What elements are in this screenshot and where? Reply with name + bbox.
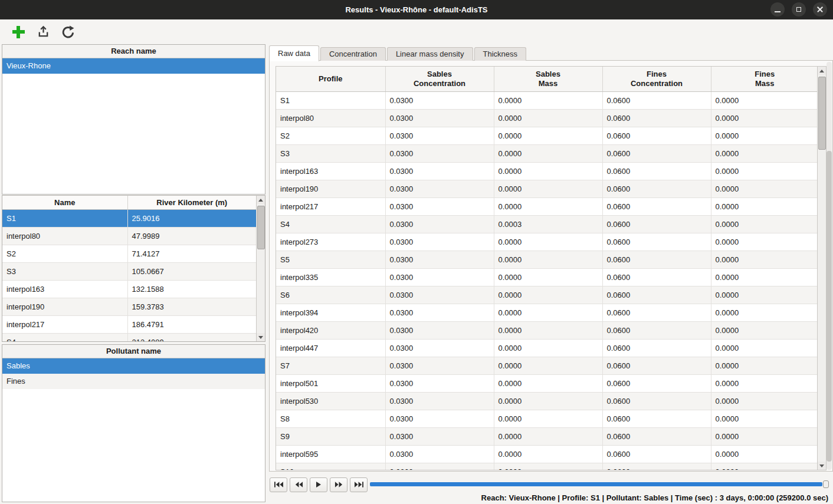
results-cell-fines-concentration[interactable]: 0.0600: [602, 233, 711, 251]
results-cell-fines-concentration[interactable]: 0.0600: [602, 163, 711, 180]
results-cell-sables-mass[interactable]: 0.0000: [494, 269, 602, 286]
results-cell-fines-mass[interactable]: 0.0000: [711, 322, 818, 340]
results-cell-sables-mass[interactable]: 0.0000: [494, 340, 602, 357]
results-cell-sables-concentration[interactable]: 0.0300: [385, 92, 494, 110]
results-cell-fines-concentration[interactable]: 0.0600: [602, 375, 711, 393]
results-cell-fines-concentration[interactable]: 0.0600: [602, 216, 711, 233]
profile-name-cell[interactable]: S2: [2, 245, 127, 263]
profile-km-cell[interactable]: 213.4089: [127, 334, 256, 342]
results-cell-sables-mass[interactable]: 0.0000: [494, 410, 602, 428]
results-cell-sables-concentration[interactable]: 0.0300: [385, 110, 494, 127]
results-cell-sables-mass[interactable]: 0.0000: [494, 110, 602, 127]
results-cell-sables-mass[interactable]: 0.0000: [494, 357, 602, 375]
results-row[interactable]: interpol595 0.0300 0.0000 0.0600 0.0000: [276, 446, 818, 463]
results-cell-fines-mass[interactable]: 0.0000: [711, 145, 818, 163]
results-scrollbar-thumb[interactable]: [818, 77, 826, 150]
results-cell-sables-concentration[interactable]: 0.0300: [385, 322, 494, 340]
results-cell-fines-mass[interactable]: 0.0000: [711, 463, 818, 471]
results-cell-profile[interactable]: interpol595: [276, 446, 385, 463]
profiles-scrollbar-thumb[interactable]: [257, 206, 265, 249]
results-cell-sables-mass[interactable]: 0.0000: [494, 446, 602, 463]
results-cell-sables-concentration[interactable]: 0.0300: [385, 463, 494, 471]
results-cell-profile[interactable]: S3: [276, 145, 385, 163]
results-cell-fines-concentration[interactable]: 0.0600: [602, 393, 711, 410]
results-cell-profile[interactable]: S9: [276, 428, 385, 446]
results-cell-fines-mass[interactable]: 0.0000: [711, 216, 818, 233]
results-cell-profile[interactable]: interpol447: [276, 340, 385, 357]
results-cell-sables-mass[interactable]: 0.0000: [494, 198, 602, 216]
time-slider-handle[interactable]: [823, 480, 829, 488]
results-cell-profile[interactable]: interpol420: [276, 322, 385, 340]
results-cell-fines-mass[interactable]: 0.0000: [711, 357, 818, 375]
scroll-down-icon[interactable]: [257, 333, 265, 341]
results-cell-sables-mass[interactable]: 0.0000: [494, 463, 602, 471]
results-row[interactable]: interpol530 0.0300 0.0000 0.0600 0.0000: [276, 393, 818, 410]
results-cell-profile[interactable]: interpol80: [276, 110, 385, 127]
results-row[interactable]: S8 0.0300 0.0000 0.0600 0.0000: [276, 410, 818, 428]
results-row[interactable]: S7 0.0300 0.0000 0.0600 0.0000: [276, 357, 818, 375]
results-cell-fines-mass[interactable]: 0.0000: [711, 233, 818, 251]
profile-name-cell[interactable]: S4: [2, 334, 127, 342]
profile-km-cell[interactable]: 105.0667: [127, 263, 256, 281]
results-cell-sables-mass[interactable]: 0.0000: [494, 127, 602, 145]
skip-to-start-button[interactable]: [270, 477, 287, 492]
results-cell-sables-concentration[interactable]: 0.0300: [385, 145, 494, 163]
results-cell-sables-concentration[interactable]: 0.0300: [385, 357, 494, 375]
results-cell-fines-mass[interactable]: 0.0000: [711, 110, 818, 127]
results-cell-fines-concentration[interactable]: 0.0600: [602, 180, 711, 198]
results-cell-sables-concentration[interactable]: 0.0300: [385, 304, 494, 322]
results-cell-sables-mass[interactable]: 0.0000: [494, 145, 602, 163]
profile-row[interactable]: S3 105.0667: [2, 263, 256, 281]
profile-name-cell[interactable]: interpol217: [2, 316, 127, 334]
results-cell-fines-mass[interactable]: 0.0000: [711, 251, 818, 269]
results-cell-fines-concentration[interactable]: 0.0600: [602, 463, 711, 471]
profile-row[interactable]: interpol163 132.1588: [2, 281, 256, 298]
results-cell-profile[interactable]: S1: [276, 92, 385, 110]
results-cell-profile[interactable]: interpol163: [276, 163, 385, 180]
results-cell-sables-mass[interactable]: 0.0000: [494, 428, 602, 446]
results-cell-sables-mass[interactable]: 0.0000: [494, 322, 602, 340]
profile-name-cell[interactable]: S3: [2, 263, 127, 281]
refresh-button[interactable]: [60, 24, 76, 39]
tab[interactable]: Thickness: [474, 47, 527, 61]
results-cell-fines-concentration[interactable]: 0.0600: [602, 357, 711, 375]
pollutant-item[interactable]: Sables: [2, 358, 265, 374]
results-cell-profile[interactable]: S8: [276, 410, 385, 428]
results-cell-sables-concentration[interactable]: 0.0300: [385, 375, 494, 393]
results-cell-sables-mass[interactable]: 0.0000: [494, 180, 602, 198]
skip-to-end-button[interactable]: [350, 477, 368, 492]
profile-row[interactable]: S4 213.4089: [2, 334, 256, 342]
results-cell-fines-concentration[interactable]: 0.0600: [602, 269, 711, 286]
profile-row[interactable]: S2 71.4127: [2, 245, 256, 263]
results-cell-sables-concentration[interactable]: 0.0300: [385, 410, 494, 428]
results-row[interactable]: interpol447 0.0300 0.0000 0.0600 0.0000: [276, 340, 818, 357]
maximize-button[interactable]: [792, 2, 806, 17]
profile-km-cell[interactable]: 132.1588: [127, 281, 256, 298]
results-cell-profile[interactable]: S4: [276, 216, 385, 233]
results-row[interactable]: S5 0.0300 0.0000 0.0600 0.0000: [276, 251, 818, 269]
profile-name-cell[interactable]: S1: [2, 210, 127, 228]
results-row[interactable]: interpol394 0.0300 0.0000 0.0600 0.0000: [276, 304, 818, 322]
rewind-button[interactable]: [290, 477, 307, 492]
results-row[interactable]: interpol80 0.0300 0.0000 0.0600 0.0000: [276, 110, 818, 127]
results-scrollbar[interactable]: [817, 67, 826, 470]
results-cell-fines-mass[interactable]: 0.0000: [711, 428, 818, 446]
results-cell-fines-concentration[interactable]: 0.0600: [602, 286, 711, 304]
profile-row[interactable]: interpol80 47.9989: [2, 228, 256, 245]
panel-scrollbar-thumb[interactable]: [827, 151, 832, 462]
results-cell-fines-mass[interactable]: 0.0000: [711, 198, 818, 216]
results-cell-fines-concentration[interactable]: 0.0600: [602, 198, 711, 216]
profile-name-cell[interactable]: interpol80: [2, 228, 127, 245]
results-row[interactable]: interpol420 0.0300 0.0000 0.0600 0.0000: [276, 322, 818, 340]
results-row[interactable]: S10 0.0300 0.0000 0.0600 0.0000: [276, 463, 818, 471]
results-cell-sables-mass[interactable]: 0.0000: [494, 304, 602, 322]
profile-row[interactable]: interpol190 159.3783: [2, 298, 256, 316]
results-cell-fines-concentration[interactable]: 0.0600: [602, 110, 711, 127]
results-cell-fines-mass[interactable]: 0.0000: [711, 92, 818, 110]
fast-forward-button[interactable]: [330, 477, 347, 492]
profile-row[interactable]: interpol217 186.4791: [2, 316, 256, 334]
results-cell-sables-concentration[interactable]: 0.0300: [385, 127, 494, 145]
tab[interactable]: Concentration: [320, 47, 386, 61]
results-cell-sables-concentration[interactable]: 0.0300: [385, 446, 494, 463]
results-cell-fines-concentration[interactable]: 0.0600: [602, 92, 711, 110]
